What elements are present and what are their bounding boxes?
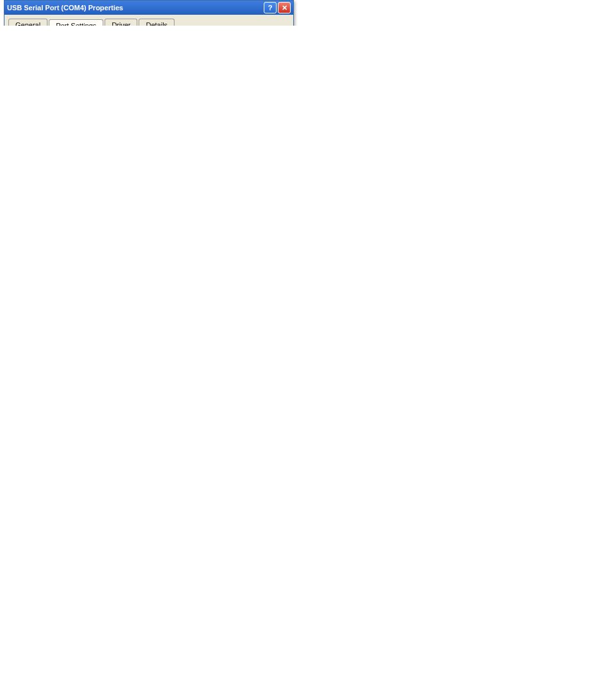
tab-port-settings[interactable]: Port Settings [49, 19, 103, 26]
tab-details[interactable]: Details [139, 19, 175, 26]
tab-general[interactable]: General [8, 19, 47, 26]
window-title: USB Serial Port (COM4) Properties [7, 4, 123, 12]
tab-driver[interactable]: Driver [105, 19, 137, 26]
help-icon[interactable]: ? [264, 2, 277, 13]
tabstrip: General Port Settings Driver Details [4, 15, 293, 26]
titlebar[interactable]: USB Serial Port (COM4) Properties ? ✕ [4, 1, 293, 15]
close-icon[interactable]: ✕ [278, 2, 291, 13]
properties-dialog: USB Serial Port (COM4) Properties ? ✕ Ge… [4, 0, 294, 26]
